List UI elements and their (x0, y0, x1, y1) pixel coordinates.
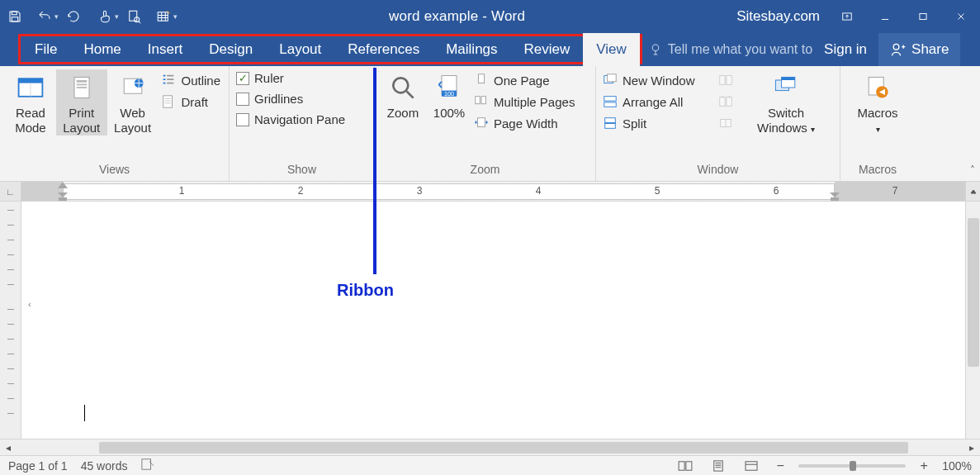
word-count[interactable]: 45 words (81, 459, 128, 473)
zoom-label: Zoom (387, 106, 419, 121)
svg-rect-38 (782, 77, 795, 80)
vertical-ruler[interactable] (0, 202, 21, 439)
right-indent-icon[interactable] (830, 192, 840, 201)
hanging-indent-icon[interactable] (58, 192, 68, 201)
one-page-label: One Page (494, 74, 550, 88)
draft-button[interactable]: Draft (161, 94, 220, 109)
ribbon-tabs: File Home Insert Design Layout Reference… (0, 33, 980, 66)
window-title: word example - Word (178, 8, 736, 25)
svg-rect-28 (604, 97, 616, 101)
page-indicator[interactable]: Page 1 of 1 (8, 459, 68, 473)
share-label: Share (911, 41, 949, 58)
multiple-pages-button[interactable]: Multiple Pages (474, 94, 575, 109)
tab-references[interactable]: References (334, 33, 433, 66)
macros-label: Macros▾ (857, 106, 897, 135)
title-bar: ▾ ▾ ▾ word example - Word Sitesbay.com (0, 0, 980, 33)
print-layout-button[interactable]: Print Layout (56, 69, 107, 135)
zoom-slider[interactable] (798, 464, 906, 468)
switch-windows-button[interactable]: Switch Windows ▾ (750, 69, 822, 135)
web-layout-view-icon[interactable] (741, 458, 762, 474)
read-mode-button[interactable]: Read Mode (5, 69, 56, 135)
switch-windows-label: Switch Windows ▾ (750, 106, 822, 135)
tab-selector[interactable]: ∟ (0, 182, 21, 201)
zoom-percent[interactable]: 100% (942, 459, 972, 473)
share-button[interactable]: Share (878, 33, 960, 66)
one-page-button[interactable]: One Page (474, 73, 575, 88)
print-layout-label: Print Layout (56, 106, 107, 135)
text-cursor (84, 405, 85, 421)
quick-access-toolbar: ▾ ▾ ▾ (0, 0, 178, 33)
scrollbar-thumb[interactable] (968, 218, 979, 367)
minimize-icon[interactable] (866, 0, 904, 33)
tab-review[interactable]: Review (511, 33, 584, 66)
scrollbar-thumb[interactable] (99, 442, 908, 454)
zoom-slider-knob[interactable] (850, 461, 856, 471)
first-line-indent-icon[interactable] (58, 182, 68, 188)
svg-rect-31 (720, 76, 725, 85)
group-views: Read Mode Print Layout Web Layout Outlin… (0, 66, 230, 181)
svg-rect-13 (76, 84, 87, 86)
collapse-ribbon-icon[interactable]: ˄ (970, 164, 975, 176)
proofing-icon[interactable] (140, 458, 155, 473)
tab-mailings[interactable]: Mailings (433, 33, 510, 66)
svg-rect-42 (679, 461, 684, 470)
view-side-by-side-icon (718, 73, 733, 88)
svg-rect-2 (130, 11, 137, 21)
tab-file[interactable]: File (21, 33, 70, 66)
zoom-in-button[interactable]: + (917, 458, 930, 473)
tell-me-search[interactable]: Tell me what you want to (648, 33, 812, 66)
gridlines-checkbox[interactable]: Gridlines (236, 92, 345, 106)
redo-icon[interactable] (59, 0, 88, 33)
outline-button[interactable]: Outline (161, 73, 220, 88)
svg-rect-27 (607, 74, 616, 82)
scroll-right-icon[interactable]: ▸ (963, 439, 980, 455)
tab-home[interactable]: Home (70, 33, 134, 66)
svg-rect-24 (481, 97, 485, 104)
ruler-number: 6 (774, 185, 779, 197)
web-layout-button[interactable]: Web Layout (107, 69, 159, 135)
svg-rect-44 (714, 460, 723, 470)
tab-insert[interactable]: Insert (135, 33, 196, 66)
ruler-checkbox[interactable]: Ruler (236, 71, 345, 85)
print-layout-view-icon[interactable] (708, 458, 729, 474)
outline-label: Outline (181, 74, 220, 88)
arrange-all-label: Arrange All (623, 95, 683, 109)
document-area[interactable]: ‹ (21, 202, 965, 439)
read-mode-view-icon[interactable] (675, 458, 696, 474)
close-icon[interactable] (942, 0, 980, 33)
gridlines-label: Gridlines (254, 92, 303, 106)
split-label: Split (623, 116, 646, 131)
new-window-button[interactable]: New Window (603, 73, 713, 88)
maximize-icon[interactable] (904, 0, 942, 33)
tab-layout[interactable]: Layout (266, 33, 334, 66)
scroll-left-icon[interactable]: ◂ (0, 439, 17, 455)
arrange-all-icon (603, 94, 618, 109)
print-preview-icon[interactable] (119, 0, 149, 33)
macros-button[interactable]: Macros▾ (845, 69, 910, 135)
ruler-scroll-up-icon[interactable] (965, 182, 980, 201)
horizontal-ruler[interactable]: 1 2 3 4 5 6 7 (21, 182, 980, 201)
arrange-all-button[interactable]: Arrange All (603, 94, 713, 109)
navigation-pane-checkbox[interactable]: Navigation Pane (236, 112, 345, 126)
save-icon[interactable] (0, 0, 30, 33)
ribbon-display-options-icon[interactable] (828, 0, 866, 33)
tab-design[interactable]: Design (196, 33, 266, 66)
page-width-icon (474, 116, 489, 131)
print-layout-icon (67, 73, 97, 102)
svg-rect-22 (478, 74, 484, 83)
svg-rect-41 (142, 459, 151, 469)
vertical-scrollbar[interactable] (965, 202, 980, 439)
sign-in-link[interactable]: Sign in (824, 33, 867, 66)
page-width-button[interactable]: Page Width (474, 116, 575, 131)
new-window-label: New Window (623, 74, 695, 88)
svg-text:100: 100 (444, 90, 454, 97)
group-window-label: Window (601, 159, 835, 181)
horizontal-scrollbar[interactable]: ◂ ▸ (0, 439, 980, 455)
zoom-100-button[interactable]: 100 100% (426, 69, 472, 121)
macros-icon (863, 73, 892, 102)
zoom-out-button[interactable]: − (774, 458, 787, 473)
split-button[interactable]: Split (603, 116, 713, 131)
tab-view[interactable]: View (583, 33, 640, 66)
svg-rect-34 (727, 97, 731, 107)
zoom-button[interactable]: Zoom (380, 69, 426, 121)
